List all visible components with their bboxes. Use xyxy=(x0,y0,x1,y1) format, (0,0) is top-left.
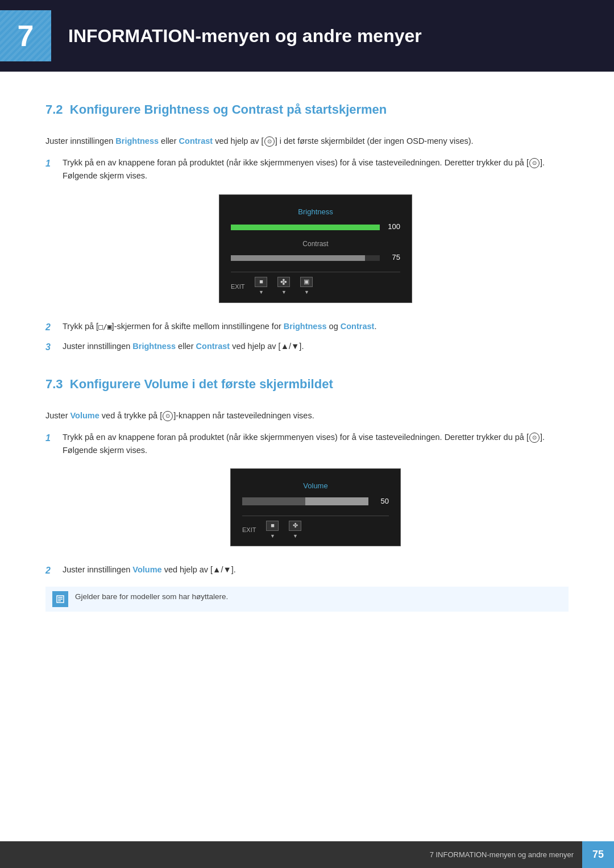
step-72-1-content: Trykk på en av knappene foran på produkt… xyxy=(63,156,569,314)
osd-volume-bar-bg xyxy=(242,497,368,505)
osd2-btn-1-wrapper: ■ ▼ xyxy=(266,521,279,540)
step-73-2-part1: Juster innstillingen xyxy=(63,565,132,574)
circle-dot-icon: ⊙ xyxy=(264,136,275,147)
step2-part2: ]-skjermen for å skifte mellom innstilli… xyxy=(112,322,284,331)
osd-volume-bar-row: 50 xyxy=(242,496,389,508)
step-72-1: 1 Trykk på en av knappene foran på produ… xyxy=(45,156,569,314)
section-72-number: 7.2 xyxy=(45,102,63,117)
step2-part4: . xyxy=(374,322,376,331)
osd2-btn-1-arrow: ▼ xyxy=(270,532,275,540)
step-73-1-content: Trykk på en av knappene foran på produkt… xyxy=(63,431,569,558)
osd-btn-menu: ▣ xyxy=(300,277,313,287)
osd2-btn-plus: ✤ xyxy=(289,521,301,531)
osd-btn-2-wrapper: ✤ ▼ xyxy=(277,277,290,296)
section-73-steps: 1 Trykk på en av knappene foran på produ… xyxy=(45,431,569,578)
intro-part2: eller xyxy=(159,136,179,146)
step3-part2: eller xyxy=(176,342,196,351)
section-72-intro: Juster innstillingen Brightness eller Co… xyxy=(45,135,569,148)
section-72-title: Konfigurere Brightness og Contrast på st… xyxy=(70,102,387,117)
circle-dot-icon-4: ⊙ xyxy=(529,433,540,443)
osd-exit-label: EXIT xyxy=(231,282,244,292)
step-73-1-number: 1 xyxy=(45,431,56,446)
step-72-2-number: 2 xyxy=(45,320,56,335)
osd-screen-2: Volume 50 EXIT xyxy=(230,468,401,546)
osd-volume-bar-fill-dark xyxy=(242,497,305,505)
73-volume-bold: Volume xyxy=(70,411,99,420)
step3-brightness: Brightness xyxy=(132,342,176,351)
section-73-number: 7.3 xyxy=(45,377,63,391)
osd2-btn-2-arrow: ▼ xyxy=(293,532,298,540)
osd-brightness-bar-bg xyxy=(231,225,380,230)
step-73-2-part2: ved hjelp av [▲/▼]. xyxy=(162,565,236,574)
step-72-3: 3 Juster innstillingen Brightness eller … xyxy=(45,340,569,355)
osd-brightness-value: 100 xyxy=(384,221,400,233)
step-72-1-number: 1 xyxy=(45,156,56,171)
73-intro-part1: Juster xyxy=(45,411,70,420)
osd-btn-3-arrow: ▼ xyxy=(304,288,309,296)
step2-contrast: Contrast xyxy=(341,322,375,331)
step-73-2: 2 Juster innstillingen Volume ved hjelp … xyxy=(45,563,569,578)
section-72-steps: 1 Trykk på en av knappene foran på produ… xyxy=(45,156,569,355)
step2-part3: og xyxy=(327,322,341,331)
footer-page-number: 75 xyxy=(582,841,614,868)
contrast-bold: Contrast xyxy=(179,136,213,146)
osd2-btn-minus: ■ xyxy=(266,521,279,531)
osd-1-footer: EXIT ■ ▼ ✤ ▼ xyxy=(231,272,400,296)
osd-contrast-value: 75 xyxy=(384,252,400,264)
osd-screen-1: Brightness 100 Contrast xyxy=(219,194,412,303)
osd-brightness-bar-row: 100 xyxy=(231,221,400,233)
page-header: 7 INFORMATION-menyen og andre menyer xyxy=(0,0,614,72)
osd-exit-label-2: EXIT xyxy=(242,525,256,535)
step-72-3-number: 3 xyxy=(45,340,56,355)
note-box: Gjelder bare for modeller som har høytta… xyxy=(45,587,569,612)
note-text: Gjelder bare for modeller som har høytta… xyxy=(75,591,228,603)
73-intro-part2: ved å trykke på [ xyxy=(99,411,162,420)
osd-volume-value: 50 xyxy=(373,496,389,508)
section-73-title: Konfigurere Volume i det første skjermbi… xyxy=(70,377,333,391)
osd-btn-3-wrapper: ▣ ▼ xyxy=(300,277,313,296)
intro-part4: ] i det første skjermbildet (der ingen O… xyxy=(275,136,474,146)
step-72-2: 2 Trykk på [□/▣]-skjermen for å skifte m… xyxy=(45,320,569,335)
note-icon xyxy=(52,591,68,607)
circle-dot-icon-3: ⊙ xyxy=(163,411,173,421)
osd-btn-1-arrow: ▼ xyxy=(259,288,264,296)
step-73-2-content: Juster innstillingen Volume ved hjelp av… xyxy=(63,563,236,576)
step2-part1: Trykk på [ xyxy=(63,322,98,331)
osd-contrast-label: Contrast xyxy=(231,239,400,250)
step-73-2-volume: Volume xyxy=(132,565,161,574)
page-footer: 7 INFORMATION-menyen og andre menyer 75 xyxy=(0,841,614,868)
section-73-intro: Juster Volume ved å trykke på [⊙]-knappe… xyxy=(45,409,569,422)
section-72: 7.2 Konfigurere Brightness og Contrast p… xyxy=(45,100,569,355)
osd-brightness-label: Brightness xyxy=(231,206,400,218)
osd-volume-bar-fill-white xyxy=(305,497,368,505)
circle-dot-icon-2: ⊙ xyxy=(529,158,540,168)
step-72-1-text: Trykk på en av knappene foran på produkt… xyxy=(63,158,529,167)
intro-part3: ved hjelp av [ xyxy=(213,136,263,146)
osd-contrast-bar-bg xyxy=(231,255,380,261)
step3-part3: ved hjelp av [▲/▼]. xyxy=(230,342,304,351)
osd-screen-2-container: Volume 50 EXIT xyxy=(63,468,569,546)
osd2-btn-2-wrapper: ✤ ▼ xyxy=(289,521,301,540)
osd-brightness-bar-fill xyxy=(231,225,380,230)
section-72-heading: 7.2 Konfigurere Brightness og Contrast p… xyxy=(45,100,569,123)
brightness-bold: Brightness xyxy=(115,136,159,146)
osd-btn-1-wrapper: ■ ▼ xyxy=(255,277,267,296)
pencil-icon xyxy=(56,595,65,604)
osd-contrast-bar-row: 75 xyxy=(231,252,400,264)
step3-part1: Juster innstillingen xyxy=(63,342,132,351)
intro-part1: Juster innstillingen xyxy=(45,136,115,146)
osd-2-footer: EXIT ■ ▼ ✤ ▼ xyxy=(242,516,389,540)
section-73-heading: 7.3 Konfigurere Volume i det første skje… xyxy=(45,375,569,398)
bracket-icon-1: □/▣ xyxy=(98,322,111,331)
section-73: 7.3 Konfigurere Volume i det første skje… xyxy=(45,375,569,612)
chapter-number: 7 xyxy=(18,14,34,58)
osd-btn-minus: ■ xyxy=(255,277,267,287)
step-72-3-content: Juster innstillingen Brightness eller Co… xyxy=(63,340,304,353)
step-73-1-text: Trykk på en av knappene foran på produkt… xyxy=(63,433,529,442)
footer-text: 7 INFORMATION-menyen og andre menyer xyxy=(421,844,582,866)
step-72-2-content: Trykk på [□/▣]-skjermen for å skifte mel… xyxy=(63,320,376,333)
chapter-title: INFORMATION-menyen og andre menyer xyxy=(51,22,422,49)
step-73-2-number: 2 xyxy=(45,563,56,578)
chapter-number-box: 7 xyxy=(0,10,51,61)
step2-brightness: Brightness xyxy=(284,322,327,331)
